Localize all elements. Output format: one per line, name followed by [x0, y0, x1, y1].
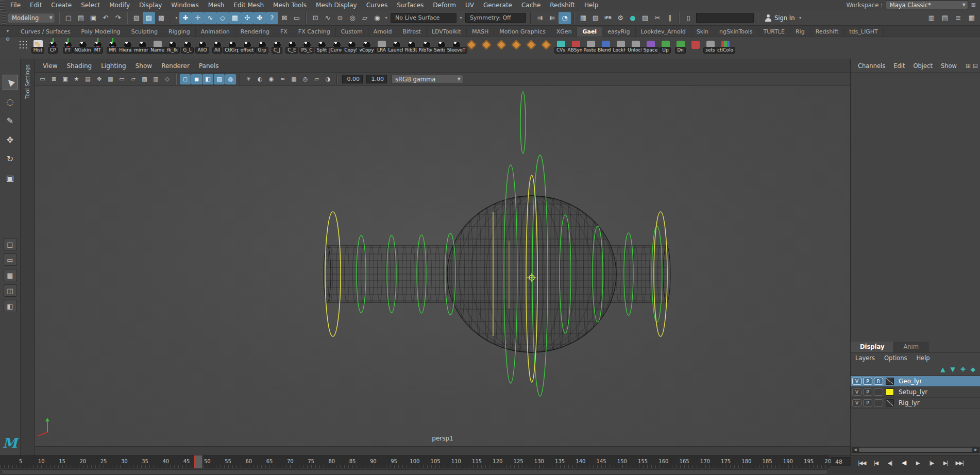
- layer-visibility-toggle[interactable]: V: [852, 378, 861, 385]
- play-backwards-button[interactable]: ◀: [897, 457, 910, 468]
- menu-item[interactable]: Display: [134, 0, 166, 10]
- viewport-menu-item[interactable]: Show: [131, 61, 157, 71]
- shelf-item-sleevet[interactable]: SleeveT: [449, 38, 464, 54]
- shelf-item-c-j[interactable]: C_J: [269, 38, 284, 54]
- layer-editor-tab[interactable]: Anim: [894, 342, 928, 352]
- menu-item[interactable]: Edit Mesh: [229, 0, 268, 10]
- drag-grip[interactable]: [2, 10, 6, 25]
- select-polygons-mask-icon[interactable]: ▦: [229, 12, 241, 24]
- shelf-item-ps-c[interactable]: PS_C: [299, 38, 314, 54]
- separator[interactable]: [59, 12, 60, 24]
- shelf-item-name[interactable]: Name: [150, 38, 165, 54]
- lasso-tool[interactable]: ◌: [3, 94, 18, 109]
- field-entry-mode-icon[interactable]: ▯: [682, 12, 695, 24]
- layer-playback-toggle[interactable]: P: [863, 399, 872, 406]
- shelf-item-poly-4[interactable]: [509, 38, 523, 52]
- shelf-tab[interactable]: Rig: [790, 27, 810, 37]
- snap-to-curve-icon[interactable]: ∿: [322, 12, 334, 24]
- make-live-icon[interactable]: ◉: [371, 12, 383, 24]
- menu-item[interactable]: Help: [580, 0, 603, 10]
- sidebar-modeling-toolkit-icon[interactable]: ▥: [925, 12, 938, 24]
- shelf-tab[interactable]: Custom: [336, 27, 368, 37]
- layer-visibility-toggle[interactable]: V: [852, 388, 861, 396]
- smooth-shade-icon[interactable]: ◼: [191, 74, 202, 84]
- snap-to-projected-center-icon[interactable]: ◎: [346, 12, 359, 24]
- shelf-tab[interactable]: Poly Modeling: [76, 27, 126, 37]
- shelf-tab[interactable]: Rigging: [163, 27, 196, 37]
- live-surface-dropdown-icon[interactable]: ▾: [458, 12, 464, 24]
- shelf-item-ctlcolo[interactable]: ctlColo: [718, 38, 733, 54]
- select-deformations-mask-icon[interactable]: ✣: [241, 12, 254, 24]
- save-scene-icon[interactable]: ▣: [87, 12, 99, 24]
- channel-box-display-icon[interactable]: ⊞: [966, 62, 971, 70]
- layer-row[interactable]: V P Setup_lyr: [851, 387, 980, 398]
- step-back-key-button[interactable]: |◀: [869, 457, 883, 468]
- layer-display-mode-toggle[interactable]: [874, 388, 883, 396]
- menu-item[interactable]: Select: [76, 0, 105, 10]
- workspace-lock-icon[interactable]: ⊠: [971, 2, 976, 8]
- layer-playback-toggle[interactable]: P: [863, 378, 872, 385]
- channel-box-menu-item[interactable]: Channels: [854, 61, 889, 71]
- scroll-right-icon[interactable]: ▶: [973, 448, 979, 452]
- shelf-tab[interactable]: easyRig: [602, 27, 635, 37]
- select-camera-icon[interactable]: ▭: [37, 74, 48, 84]
- channel-box-menu-item[interactable]: Edit: [889, 61, 909, 71]
- layout-outliner-pane-button[interactable]: ◧: [4, 300, 17, 312]
- render-settings-icon[interactable]: ⚙: [614, 12, 627, 24]
- lights-icon[interactable]: ☀: [243, 74, 254, 84]
- select-dynamics-mask-icon[interactable]: ✤: [254, 12, 266, 24]
- render-texture-icon[interactable]: ▨: [639, 12, 651, 24]
- viewport-canvas[interactable]: persp1: [35, 86, 850, 447]
- output-connections-icon[interactable]: ⇇: [546, 12, 559, 24]
- paint-selection-tool[interactable]: ✎: [3, 113, 18, 128]
- exposure-icon[interactable]: ◑: [323, 74, 333, 84]
- menu-item[interactable]: Windows: [166, 0, 204, 10]
- menu-item[interactable]: Generate: [479, 0, 517, 10]
- tool-settings-panel-tab[interactable]: Tool Settings: [21, 59, 35, 455]
- menu-item[interactable]: Deform: [428, 0, 461, 10]
- shelf-item-mirrorl[interactable]: mirrorL: [135, 38, 150, 54]
- drag-grip[interactable]: [0, 0, 4, 10]
- menu-item[interactable]: Modify: [105, 0, 134, 10]
- selection-mask-dropdown-icon[interactable]: ▾: [174, 12, 179, 24]
- select-tool[interactable]: ▶: [3, 75, 18, 90]
- menu-item[interactable]: Edit: [25, 0, 46, 10]
- xray-icon[interactable]: ▱: [311, 74, 322, 84]
- shelf-item-grp[interactable]: Grp: [255, 38, 269, 54]
- undo-icon[interactable]: ↶: [99, 12, 112, 24]
- shelf-item-c-e[interactable]: C_E: [284, 38, 299, 54]
- resolution-gate-icon[interactable]: ▱: [128, 74, 139, 84]
- shelf-item-poly-6[interactable]: [538, 38, 553, 52]
- viewport-menu-item[interactable]: Panels: [194, 61, 224, 71]
- layer-new-from-selected-icon[interactable]: ◆: [971, 366, 975, 373]
- separator[interactable]: [530, 12, 531, 24]
- layer-editor-menu-item[interactable]: Options: [880, 353, 911, 363]
- menu-item[interactable]: File: [6, 0, 25, 10]
- shelf-item-vcopy[interactable]: vCopy: [359, 38, 374, 54]
- new-scene-icon[interactable]: ▢: [62, 12, 75, 24]
- lock-selection-icon[interactable]: ⊠: [278, 12, 291, 24]
- screen-space-ao-icon[interactable]: ◉: [266, 74, 277, 84]
- textured-icon[interactable]: ▨: [214, 74, 225, 84]
- shelf-tab[interactable]: Curves / Surfaces: [15, 27, 76, 37]
- menu-item[interactable]: Mesh: [204, 0, 229, 10]
- menu-set-select[interactable]: Modeling ▼: [8, 13, 55, 23]
- symmetry-field[interactable]: Symmetry: Off: [465, 13, 526, 23]
- select-curves-mask-icon[interactable]: ∿: [204, 12, 216, 24]
- shelf-editor-icon[interactable]: ⚙: [6, 37, 10, 42]
- quick-entry-field[interactable]: [696, 13, 754, 23]
- bookmark-icon[interactable]: ★: [71, 74, 82, 84]
- layer-playback-toggle[interactable]: P: [863, 388, 872, 396]
- snap-to-point-icon[interactable]: ⊙: [334, 12, 346, 24]
- workspace-select[interactable]: Maya Classic* ▼: [886, 1, 968, 9]
- layer-editor-scrollbar[interactable]: ◀ ▶: [852, 447, 979, 453]
- shadows-icon[interactable]: ◐: [255, 74, 265, 84]
- shelf-tab[interactable]: tds_LIGHT: [844, 27, 883, 37]
- sign-in-dropdown-icon[interactable]: ▾: [797, 12, 803, 24]
- shelf-item-poly-5[interactable]: [523, 38, 538, 52]
- layer-move-down-icon[interactable]: ▼: [950, 366, 955, 373]
- move-tool[interactable]: ✥: [3, 132, 18, 147]
- menu-item[interactable]: UV: [461, 0, 479, 10]
- shelf-item-popup[interactable]: [15, 38, 30, 52]
- go-to-end-button[interactable]: ▶▶|: [953, 457, 966, 468]
